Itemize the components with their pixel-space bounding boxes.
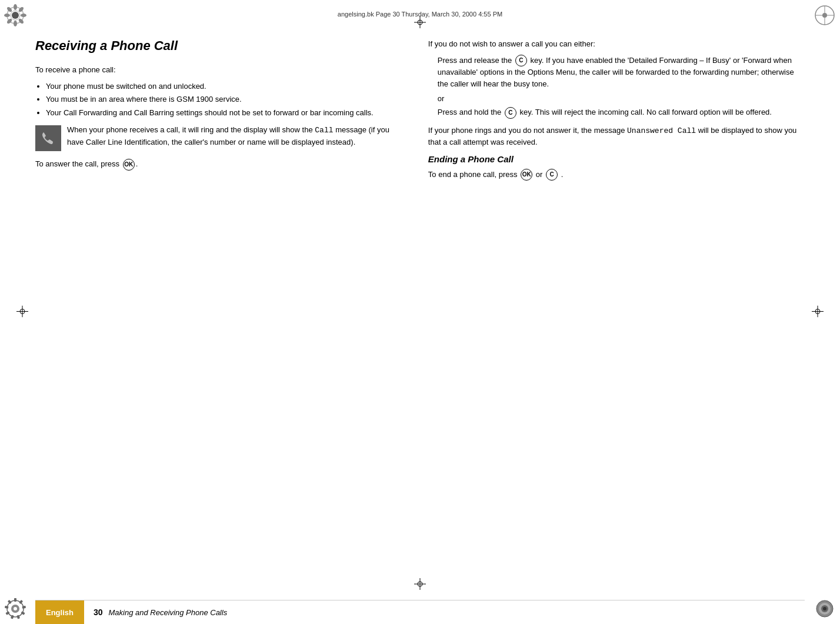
bullet-list: Your phone must be switched on and unloc… — [46, 81, 405, 119]
c-button-ending: C — [546, 169, 558, 181]
c-button-1: C — [515, 55, 527, 66]
answer-label: To answer the call, press — [35, 159, 119, 168]
footer-page-info: 30 Making and Receiving Phone Calls — [94, 608, 227, 617]
option2-text1: Press and hold the — [438, 108, 501, 116]
language-label: English — [46, 608, 74, 617]
corner-mark-tl — [4, 4, 27, 27]
section-footer-title: Making and Receiving Phone Calls — [109, 608, 228, 617]
section-title: Receiving a Phone Call — [35, 38, 405, 54]
unanswered-intro: If your phone rings and you do not answe… — [428, 126, 625, 135]
ending-title: Ending a Phone Call — [428, 154, 805, 164]
ending-text1: To end a phone call, press — [428, 170, 518, 179]
language-badge: English — [35, 600, 84, 624]
svg-point-2 — [14, 4, 17, 10]
unanswered-text: If your phone rings and you do not answe… — [428, 125, 805, 148]
phone-icon — [40, 130, 56, 146]
option2-text2: key. This will reject the incoming call.… — [519, 108, 771, 116]
ok-button-ending: OK — [521, 169, 532, 181]
intro-text: To receive a phone call: — [35, 64, 405, 76]
svg-point-10 — [12, 12, 19, 19]
c-button-2: C — [505, 107, 516, 119]
content-area: Receiving a Phone Call To receive a phon… — [35, 32, 805, 592]
answer-text: To answer the call, press OK. — [35, 158, 405, 171]
left-middle-mark — [16, 305, 28, 319]
svg-point-8 — [4, 14, 10, 17]
corner-mark-tr — [813, 4, 836, 27]
note-icon-box — [35, 125, 61, 151]
option2-text: Press and hold the C key. This will reje… — [438, 106, 805, 119]
right-middle-mark — [812, 305, 824, 319]
list-item: You must be in an area where there is GS… — [46, 94, 405, 105]
option1-block: Press and release the C key. If you have… — [438, 55, 805, 90]
ok-button-inline: OK — [123, 159, 135, 171]
option1-text: Press and release the C key. If you have… — [438, 55, 805, 90]
right-column: If you do not wish to answer a call you … — [428, 32, 805, 592]
ending-or: or — [536, 170, 543, 179]
or-label: or — [438, 94, 805, 103]
left-column: Receiving a Phone Call To receive a phon… — [35, 32, 405, 592]
option1-text1: Press and release the — [438, 56, 512, 65]
note-paragraph: When your phone receives a call, it will… — [67, 124, 405, 148]
note-text-before: When your phone receives a call, it will… — [67, 125, 313, 134]
page: angelsing.bk Page 30 Thursday, March 30,… — [0, 0, 840, 624]
list-item: Your Call Forwarding and Call Barring se… — [46, 107, 405, 119]
note-mono: Call — [315, 126, 333, 135]
svg-point-6 — [14, 21, 17, 26]
option2-block: Press and hold the C key. This will reje… — [438, 106, 805, 119]
note-box: When your phone receives a call, it will… — [35, 124, 405, 151]
ending-text: To end a phone call, press OK or C . — [428, 169, 805, 181]
page-number: 30 — [94, 608, 103, 617]
footer: English 30 Making and Receiving Phone Ca… — [0, 600, 840, 624]
ending-period: . — [561, 170, 564, 179]
list-item: Your phone must be switched on and unloc… — [46, 81, 405, 92]
no-answer-intro: If you do not wish to answer a call you … — [428, 38, 805, 50]
unanswered-mono: Unanswered Call — [627, 126, 696, 135]
top-center-mark — [414, 16, 426, 30]
svg-point-4 — [21, 14, 26, 17]
